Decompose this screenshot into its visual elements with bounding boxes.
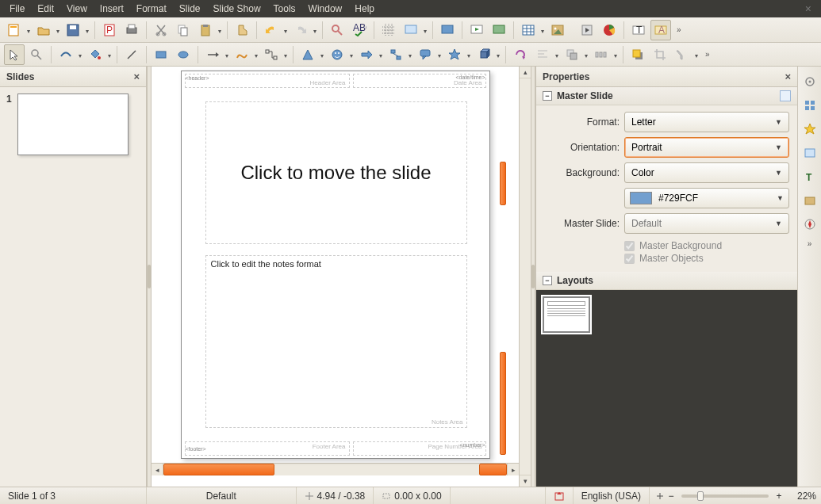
3d-objects-button[interactable]: ▾ — [474, 44, 494, 65]
align-button[interactable]: ▾ — [532, 44, 553, 65]
clone-format-button[interactable] — [232, 20, 252, 40]
toolbar2-overflow-icon[interactable]: » — [700, 50, 715, 59]
slides-panel-close-icon[interactable]: × — [133, 71, 140, 82]
find-replace-button[interactable] — [327, 20, 347, 40]
arrow-tool[interactable]: ▾ — [202, 44, 223, 65]
master-slide-section-header[interactable]: − Master Slide — [536, 87, 797, 105]
footer-placeholder[interactable]: <footer> Footer Area — [185, 441, 350, 456]
line-color-button[interactable]: ▾ — [56, 44, 76, 65]
title-placeholder[interactable]: Click to move the slide — [205, 101, 467, 244]
curve-tool[interactable]: ▾ — [232, 44, 252, 65]
grid-button[interactable] — [378, 20, 399, 40]
flowchart-button[interactable]: ▾ — [386, 44, 406, 65]
canvas-scroll[interactable]: <header> Header Area <date/time> Date Ar… — [152, 67, 519, 487]
window-close-icon[interactable]: × — [799, 2, 818, 15]
insert-image-button[interactable] — [547, 20, 568, 40]
insert-textbox-button[interactable]: T — [628, 20, 649, 40]
sidebar-settings-icon[interactable] — [800, 72, 819, 91]
start-current-button[interactable] — [489, 20, 509, 40]
vscroll-up-icon[interactable]: ▴ — [520, 67, 531, 78]
paste-button[interactable]: ▾ — [195, 20, 216, 40]
spellcheck-button[interactable]: ABC — [349, 20, 370, 40]
basic-shapes-button[interactable]: ▾ — [297, 44, 318, 65]
callouts-button[interactable]: ▾ — [415, 44, 435, 65]
sidebar-master-icon[interactable]: T — [800, 167, 819, 186]
zoom-slider[interactable] — [681, 494, 769, 498]
save-button[interactable]: ▾ — [63, 20, 83, 40]
menu-window[interactable]: Window — [302, 2, 349, 16]
sidebar-navigator-icon[interactable] — [800, 215, 819, 234]
distribute-button[interactable]: ▾ — [591, 44, 612, 65]
master-bg-checkbox[interactable]: Master Background — [624, 240, 789, 251]
vscroll-down-icon[interactable]: ▾ — [520, 475, 531, 487]
select-tool[interactable] — [4, 44, 25, 65]
redo-button[interactable]: ▾ — [290, 20, 311, 40]
status-signature[interactable] — [451, 487, 546, 504]
sidebar-shapes-icon[interactable] — [800, 120, 819, 139]
line-tool[interactable] — [121, 44, 142, 65]
menu-edit[interactable]: Edit — [31, 2, 60, 16]
hscroll-right-icon[interactable]: ▸ — [507, 464, 519, 475]
filter-button[interactable]: ▾ — [672, 44, 692, 65]
background-select[interactable]: Color▼ — [624, 162, 789, 183]
notes-placeholder[interactable]: Click to edit the notes format Notes Are… — [205, 255, 467, 428]
hscroll-thumb[interactable] — [163, 464, 274, 475]
date-placeholder[interactable]: <date/time> Date Area — [353, 74, 486, 88]
status-language[interactable]: English (USA) — [574, 487, 650, 504]
status-save-icon[interactable] — [546, 487, 574, 504]
master-slide-button[interactable] — [437, 20, 458, 40]
display-views-button[interactable]: ▾ — [401, 20, 421, 40]
scrollbar-thumb-bottom[interactable] — [500, 352, 506, 455]
sidebar-properties-icon[interactable] — [800, 96, 819, 115]
horizontal-scrollbar[interactable]: ◂ ▸ — [152, 463, 519, 475]
shadow-button[interactable] — [627, 44, 648, 65]
connector-tool[interactable]: ▾ — [261, 44, 282, 65]
section-more-icon[interactable] — [780, 90, 791, 101]
arrange-button[interactable]: ▾ — [562, 44, 582, 65]
zoom-in-button[interactable]: + — [773, 491, 785, 502]
copy-button[interactable] — [173, 20, 194, 40]
slide-page[interactable]: <header> Header Area <date/time> Date Ar… — [181, 71, 490, 459]
zoom-value[interactable]: 22% — [785, 491, 816, 502]
background-color-select[interactable]: #729FCF▼ — [624, 188, 789, 208]
format-select[interactable]: Letter▼ — [624, 112, 789, 132]
open-button[interactable]: ▾ — [33, 20, 54, 40]
insert-table-button[interactable]: ▾ — [518, 20, 539, 40]
new-doc-button[interactable]: ▾ — [4, 20, 25, 40]
toolbar-overflow-icon[interactable]: » — [672, 25, 686, 34]
status-style[interactable]: Default — [147, 487, 297, 504]
ellipse-tool[interactable] — [173, 44, 194, 65]
header-placeholder[interactable]: <header> Header Area — [185, 74, 350, 88]
menu-insert[interactable]: Insert — [94, 2, 130, 16]
collapse-icon[interactable]: − — [543, 91, 552, 101]
menu-view[interactable]: View — [60, 2, 94, 16]
collapse-icon[interactable]: − — [543, 276, 552, 285]
zoom-tool[interactable] — [26, 44, 47, 65]
layouts-section-header[interactable]: − Layouts — [536, 272, 797, 290]
start-first-button[interactable] — [466, 20, 487, 40]
insert-chart-button[interactable] — [599, 20, 620, 40]
menu-slideshow[interactable]: Slide Show — [207, 2, 267, 16]
crop-button[interactable] — [650, 44, 670, 65]
sidebar-overflow-icon[interactable]: » — [808, 239, 812, 248]
zoom-out-button[interactable]: − — [666, 491, 677, 502]
orientation-select[interactable]: Portrait▼ — [624, 137, 789, 158]
export-pdf-button[interactable]: P — [99, 20, 120, 40]
fill-color-button[interactable]: ▾ — [85, 44, 106, 65]
hscroll-left-icon[interactable]: ◂ — [152, 464, 163, 475]
properties-close-icon[interactable]: × — [785, 71, 791, 82]
layout-option[interactable] — [543, 296, 590, 333]
fit-page-icon[interactable] — [654, 491, 666, 502]
menu-file[interactable]: File — [3, 2, 31, 16]
undo-button[interactable]: ▾ — [261, 20, 282, 40]
insert-media-button[interactable] — [577, 20, 597, 40]
menu-tools[interactable]: Tools — [267, 2, 302, 16]
insert-fontwork-button[interactable]: A — [650, 20, 671, 40]
cut-button[interactable] — [151, 20, 171, 40]
sidebar-gallery-icon[interactable] — [800, 143, 819, 162]
slide-thumbnail[interactable] — [17, 94, 129, 155]
rotate-button[interactable] — [510, 44, 531, 65]
hscroll-thumb-right[interactable] — [479, 464, 507, 475]
menu-format[interactable]: Format — [130, 2, 173, 16]
scrollbar-thumb-top[interactable] — [500, 162, 506, 205]
